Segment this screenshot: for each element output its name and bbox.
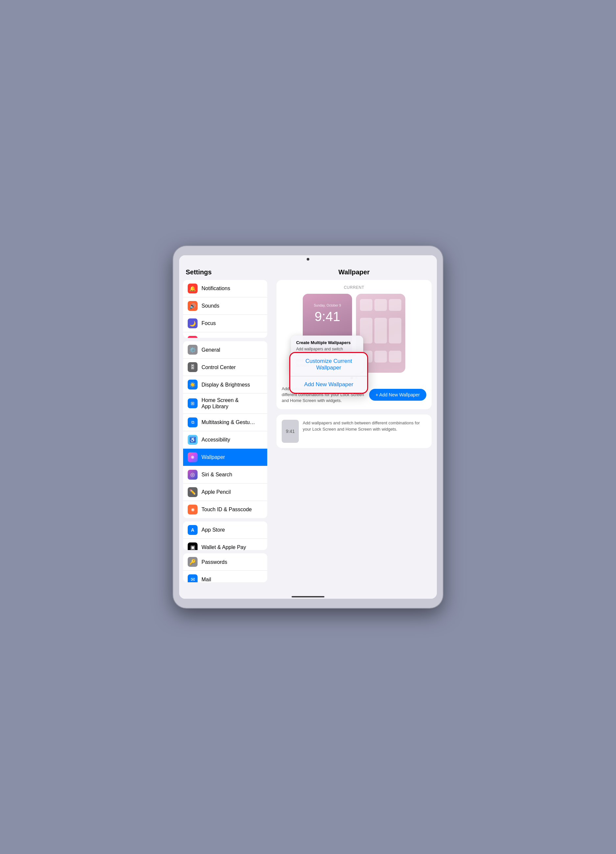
sidebar-item-wallpaper[interactable]: ❋ Wallpaper [183,449,267,466]
dot-1 [350,377,353,379]
wallpaper-section: CURRENT Sunday, October 9 9:41 Customize [271,280,437,409]
sidebar-item-sounds[interactable]: 🔊 Sounds [183,297,267,315]
display-brightness-label: Display & Brightness [201,381,250,388]
siri-search-label: Siri & Search [201,471,232,478]
sidebar-item-general[interactable]: ⚙️ General [183,341,267,358]
lock-screen-preview[interactable]: Sunday, October 9 9:41 Customize [303,294,352,373]
hs-widget-9 [389,351,402,363]
ipad-frame: Settings 🔔 Notifications 🔊 Sounds 🌙 Focu… [173,246,443,608]
hs-widget-3 [389,299,402,311]
apple-pencil-icon: ✏️ [188,487,198,497]
general-icon: ⚙️ [188,345,198,355]
wallpaper-label: Wallpaper [201,454,225,460]
ls-time: 9:41 [315,310,340,323]
sidebar-group-4: 🔑 Passwords ✉ Mail [183,553,267,582]
sidebar-group-1: 🔔 Notifications 🔊 Sounds 🌙 Focus ⏳ Scree… [183,280,267,338]
hs-widget-4 [360,318,373,343]
accessibility-label: Accessibility [201,436,230,443]
wallet-icon: ▣ [188,543,198,551]
sidebar-item-display-brightness[interactable]: ☀️ Display & Brightness [183,376,267,393]
wallpaper-icon: ❋ [188,452,198,462]
wallpaper-info-text: Add wallpapers and switch between differ… [282,386,365,404]
apple-pencil-label: Apple Pencil [201,489,231,495]
mail-icon: ✉ [188,574,198,582]
sidebar-group-2: ⚙️ General 🎛 Control Center ☀️ Display &… [183,341,267,518]
sidebar-item-home-screen[interactable]: ⊞ Home Screen &App Library [183,393,267,413]
sidebar-item-multitasking[interactable]: ⧉ Multitasking & Gestu… [183,414,267,431]
add-wallpaper-btn[interactable]: + Add New Wallpaper [369,389,427,401]
passwords-label: Passwords [201,559,227,565]
sidebar-item-accessibility[interactable]: ♿ Accessibility [183,431,267,449]
dot-2 [355,377,357,379]
info-text: Add wallpapers and switch between differ… [303,420,426,433]
passwords-icon: 🔑 [188,557,198,567]
hs-widget-7 [360,351,373,363]
current-label: CURRENT [282,285,426,290]
camera-bar [179,255,437,263]
mail-label: Mail [201,576,211,582]
multitasking-icon: ⧉ [188,418,198,427]
app-store-icon: A [188,525,198,535]
touch-id-label: Touch ID & Passcode [201,506,252,512]
sidebar-item-focus[interactable]: 🌙 Focus [183,315,267,332]
sidebar-header: Settings [179,263,271,280]
app-store-label: App Store [201,527,225,533]
info-thumb: 9:41 [282,420,299,443]
control-center-label: Control Center [201,364,236,371]
display-brightness-icon: ☀️ [188,380,198,389]
camera-dot [307,258,309,261]
sidebar-item-wallet[interactable]: ▣ Wallet & Apple Pay [183,539,267,551]
sidebar-group-3: A App Store ▣ Wallet & Apple Pay [183,522,267,551]
home-bar [179,592,437,599]
main-header: Wallpaper [271,263,437,280]
home-bar-line [292,596,324,598]
sounds-label: Sounds [201,303,219,309]
screen-time-label: Screen Time [201,337,231,338]
ipad-screen: Settings 🔔 Notifications 🔊 Sounds 🌙 Focu… [179,255,437,599]
wallet-label: Wallet & Apple Pay [201,544,246,550]
hs-widget-1 [360,299,373,311]
notifications-label: Notifications [201,285,230,291]
sidebar-item-screen-time[interactable]: ⏳ Screen Time [183,332,267,338]
info-section: 9:41 Add wallpapers and switch between d… [277,415,432,448]
focus-label: Focus [201,320,216,326]
sidebar-item-app-store[interactable]: A App Store [183,522,267,539]
wallpaper-card: CURRENT Sunday, October 9 9:41 Customize [277,280,432,409]
control-center-icon: 🎛 [188,362,198,372]
sidebar: Settings 🔔 Notifications 🔊 Sounds 🌙 Focu… [179,263,271,592]
hs-widget-8 [374,351,387,363]
wallpaper-previews: Sunday, October 9 9:41 Customize [282,294,426,373]
ls-date: Sunday, October 9 [314,303,341,307]
main-content: Wallpaper CURRENT Sunday, October 9 9:41… [271,263,437,592]
sidebar-item-notifications[interactable]: 🔔 Notifications [183,280,267,297]
home-screen-label: Home Screen &App Library [201,397,239,410]
sidebar-item-control-center[interactable]: 🎛 Control Center [183,358,267,376]
accessibility-icon: ♿ [188,435,198,445]
focus-icon: 🌙 [188,319,198,328]
sidebar-item-mail[interactable]: ✉ Mail [183,571,267,582]
notifications-icon: 🔔 [188,284,198,293]
multitasking-label: Multitasking & Gestu… [201,419,255,425]
wallpaper-actions-row: Add wallpapers and switch between differ… [282,383,426,404]
sidebar-item-apple-pencil[interactable]: ✏️ Apple Pencil [183,483,267,501]
home-screen-preview[interactable] [356,294,405,373]
sidebar-item-passwords[interactable]: 🔑 Passwords [183,553,267,571]
hs-widget-2 [374,299,387,311]
sidebar-item-siri-search[interactable]: ◎ Siri & Search [183,466,267,483]
general-label: General [201,347,220,353]
home-screen-icon: ⊞ [188,398,198,408]
screen-time-icon: ⏳ [188,336,198,338]
sidebar-item-touch-id[interactable]: ◉ Touch ID & Passcode [183,501,267,518]
touch-id-icon: ◉ [188,505,198,514]
sounds-icon: 🔊 [188,301,198,311]
content-area: Settings 🔔 Notifications 🔊 Sounds 🌙 Focu… [179,263,437,592]
ls-customize-btn[interactable]: Customize [315,361,339,368]
hs-widget-5 [374,318,387,343]
siri-icon: ◎ [188,470,198,480]
hs-widget-6 [389,318,402,343]
dots-indicator [282,377,426,379]
